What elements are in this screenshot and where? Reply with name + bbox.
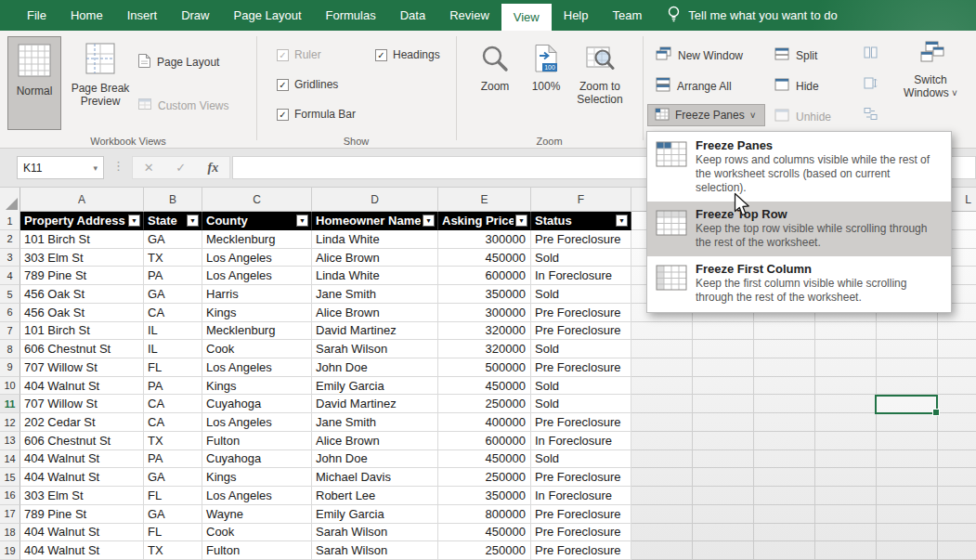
empty-cell[interactable] [815,340,877,358]
filter-button[interactable]: ▼ [187,215,199,227]
cell[interactable]: PA [144,377,202,396]
cell[interactable]: 450000 [438,249,531,267]
cell[interactable]: Pre Foreclosure [531,505,631,524]
unhide-button[interactable]: Unhide [774,108,831,125]
row-header[interactable]: 14 [0,450,20,469]
cell[interactable]: 101 Birch St [20,322,144,341]
fill-handle[interactable] [932,409,940,416]
cell[interactable]: 600000 [438,267,531,285]
empty-cell[interactable] [631,487,693,505]
row-header[interactable]: 5 [0,285,20,304]
cell[interactable]: Sarah Wilson [312,524,438,542]
cell[interactable]: 404 Walnut St [20,377,144,396]
cell[interactable]: Alice Brown [312,304,438,322]
cell[interactable]: 456 Oak St [20,304,144,322]
row-header[interactable]: 16 [0,487,20,505]
empty-cell[interactable] [938,505,976,524]
cell[interactable]: 101 Birch St [20,230,144,249]
cancel-icon[interactable]: ✕ [144,161,154,175]
cell[interactable]: GA [144,285,202,304]
tab-team[interactable]: Team [601,0,655,31]
tab-view[interactable]: View [501,4,552,31]
empty-cell[interactable] [815,358,877,377]
cell[interactable]: Alice Brown [312,249,438,267]
empty-cell[interactable] [877,541,938,560]
cell[interactable]: Michael Davis [312,468,438,487]
cell[interactable]: Pre Foreclosure [531,358,631,377]
cell[interactable]: PA [144,267,202,285]
cell[interactable]: Cuyahoga [202,450,312,469]
empty-cell[interactable] [938,468,976,487]
cell[interactable]: Mecklenburg [202,230,312,249]
zoom-button[interactable]: Zoom [469,38,521,93]
cell[interactable]: GA [144,505,202,524]
empty-cell[interactable] [693,432,754,450]
cell[interactable]: CA [144,304,202,322]
cell[interactable]: Cuyahoga [202,395,312,413]
cell[interactable]: Emily Garcia [312,377,438,396]
cell[interactable]: 202 Cedar St [20,413,144,432]
empty-cell[interactable] [754,377,815,396]
cell[interactable]: TX [144,432,202,450]
tab-home[interactable]: Home [59,0,115,31]
synchronous-scrolling-icon[interactable] [864,76,878,93]
empty-cell[interactable] [693,413,754,432]
empty-cell[interactable] [877,450,938,469]
empty-cell[interactable] [815,541,877,560]
cell[interactable]: 456 Oak St [20,285,144,304]
empty-cell[interactable] [815,413,877,432]
cell[interactable]: FL [144,524,202,542]
cell[interactable]: 250000 [438,541,531,560]
freeze-panes-button[interactable]: Freeze Panes ˅ [647,104,765,126]
empty-cell[interactable] [693,505,754,524]
row-header[interactable]: 3 [0,249,20,267]
cell[interactable]: 300000 [438,230,531,249]
cell[interactable]: Pre Foreclosure [531,322,631,341]
cell[interactable]: In Foreclosure [531,267,631,285]
cell[interactable]: 600000 [438,432,531,450]
custom-views-button[interactable]: Custom Views [137,97,228,114]
normal-view-button[interactable]: Normal [7,36,61,130]
cell[interactable]: Wayne [202,505,312,524]
column-header-C[interactable]: C [202,188,312,212]
row-header[interactable]: 19 [0,541,20,560]
empty-cell[interactable] [631,432,693,450]
hide-button[interactable]: Hide [774,77,819,95]
tab-help[interactable]: Help [552,0,601,31]
cell[interactable]: 450000 [438,377,531,396]
empty-cell[interactable] [754,322,815,341]
cell[interactable]: Sold [531,340,631,358]
cell[interactable]: Emily Garcia [312,505,438,524]
empty-cell[interactable] [631,358,693,377]
cell[interactable]: CA [144,413,202,432]
cell[interactable]: Pre Foreclosure [531,230,631,249]
empty-cell[interactable] [754,432,815,450]
cell[interactable]: 300000 [438,304,531,322]
empty-cell[interactable] [693,541,754,560]
empty-cell[interactable] [631,340,693,358]
row-header[interactable]: 15 [0,468,20,487]
cell[interactable]: CA [144,395,202,413]
empty-cell[interactable] [938,541,976,560]
row-header[interactable]: 9 [0,358,20,377]
cell[interactable]: 250000 [438,395,531,413]
empty-cell[interactable] [754,450,815,469]
column-header-D[interactable]: D [312,188,438,212]
checkbox-formula-bar[interactable]: ✓Formula Bar [277,108,356,121]
empty-cell[interactable] [815,468,877,487]
cell[interactable]: 800000 [438,505,531,524]
insert-function-icon[interactable]: fx [208,161,219,176]
cell[interactable]: John Doe [312,450,438,469]
empty-cell[interactable] [877,487,938,505]
empty-cell[interactable] [815,487,877,505]
checkbox-gridlines[interactable]: ✓Gridlines [277,78,338,91]
zoom-to-selection-button[interactable]: Zoom to Selection [570,38,630,106]
cell[interactable]: 303 Elm St [20,487,144,505]
cell[interactable]: Kings [202,304,312,322]
empty-cell[interactable] [938,377,976,396]
cell[interactable]: Mecklenburg [202,322,312,341]
cell[interactable]: In Foreclosure [531,487,631,505]
empty-cell[interactable] [631,413,693,432]
filter-button[interactable]: ▼ [616,215,628,227]
empty-cell[interactable] [815,524,877,542]
